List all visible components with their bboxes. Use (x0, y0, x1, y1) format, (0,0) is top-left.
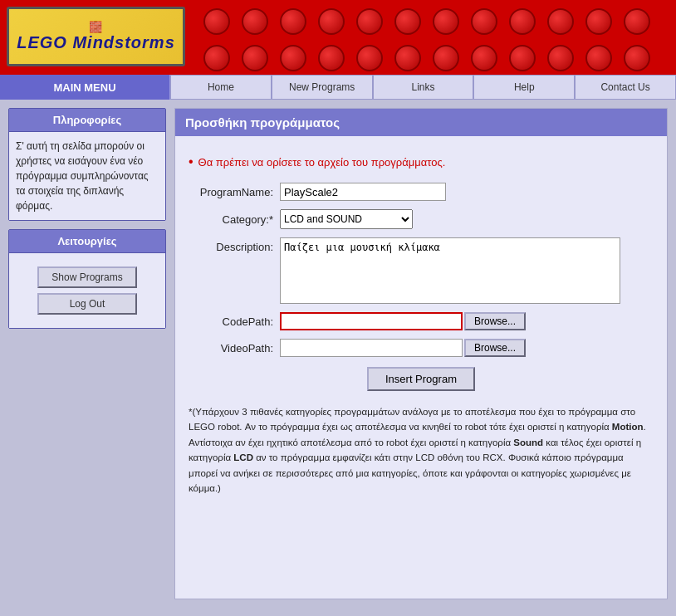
code-path-browse-button[interactable]: Browse... (464, 312, 526, 330)
logo: 🧱 LEGO Mindstorms (7, 7, 185, 66)
nav-help[interactable]: Help (473, 75, 575, 100)
description-textarea[interactable]: Παίζει μια μουσική κλίμακα (280, 237, 620, 304)
info-box: Πληροφορίες Σ' αυτή τη σελίδα μπορούν οι… (8, 108, 166, 221)
code-path-input[interactable] (280, 312, 463, 330)
logo-text: LEGO Mindstorms (17, 33, 175, 52)
main-layout: Πληροφορίες Σ' αυτή τη σελίδα μπορούν οι… (0, 100, 676, 608)
navbar: MAIN MENU Home New Programs Links Help C… (0, 75, 676, 100)
description-label: Description: (189, 237, 280, 253)
error-message: • Θα πρέπει να ορίσετε το αρχείο του προ… (189, 154, 654, 169)
video-path-input[interactable] (280, 339, 463, 357)
nav-links[interactable]: Links (373, 75, 474, 100)
video-path-browse-button[interactable]: Browse... (464, 339, 526, 357)
category-label: Category:* (189, 213, 280, 226)
content-body: • Θα πρέπει να ορίσετε το αρχείο του προ… (175, 136, 667, 509)
footer-note: *(Υπάρχουν 3 πιθανές κατηγορίες προγραμμ… (189, 401, 654, 499)
category-select[interactable]: LCD and SOUND Motion Sound LCD (280, 209, 413, 229)
error-bullet: • (189, 154, 193, 169)
nav-new-programs[interactable]: New Programs (272, 75, 373, 100)
sidebar: Πληροφορίες Σ' αυτή τη σελίδα μπορούν οι… (8, 108, 166, 599)
nav-home[interactable]: Home (170, 75, 272, 100)
info-title: Πληροφορίες (9, 109, 165, 132)
main-menu-label: MAIN MENU (0, 75, 170, 100)
header: 🧱 LEGO Mindstorms (0, 0, 676, 75)
nav-contact-us[interactable]: Contact Us (575, 75, 676, 100)
program-name-label: ProgramName: (189, 186, 280, 198)
insert-program-button[interactable]: Insert Program (367, 367, 475, 391)
code-path-label: CodePath: (189, 315, 280, 328)
main-content: Προσθήκη προγράμματος • Θα πρέπει να ορί… (174, 108, 668, 599)
footer-note-text: *(Υπάρχουν 3 πιθανές κατηγορίες προγραμμ… (189, 407, 646, 493)
video-path-label: VideoPath: (189, 342, 280, 354)
show-programs-button[interactable]: Show Programs (37, 266, 137, 288)
description-row: Description: Παίζει μια μουσική κλίμακα (189, 237, 654, 304)
functions-title: Λειτουργίες (9, 230, 165, 253)
info-text: Σ' αυτή τη σελίδα μπορούν οι χρήστες να … (9, 132, 165, 220)
error-text: Θα πρέπει να ορίσετε το αρχείο του προγρ… (198, 156, 446, 169)
functions-box: Λειτουργίες Show Programs Log Out (8, 229, 166, 329)
video-path-row: VideoPath: Browse... (189, 339, 654, 357)
insert-row: Insert Program (189, 367, 654, 391)
code-path-row: CodePath: Browse... (189, 312, 654, 330)
program-name-row: ProgramName: (189, 183, 654, 201)
log-out-button[interactable]: Log Out (37, 293, 137, 315)
content-title: Προσθήκη προγράμματος (175, 109, 667, 136)
program-name-input[interactable] (280, 183, 446, 201)
category-row: Category:* LCD and SOUND Motion Sound LC… (189, 209, 654, 229)
header-decoration (194, 0, 676, 75)
